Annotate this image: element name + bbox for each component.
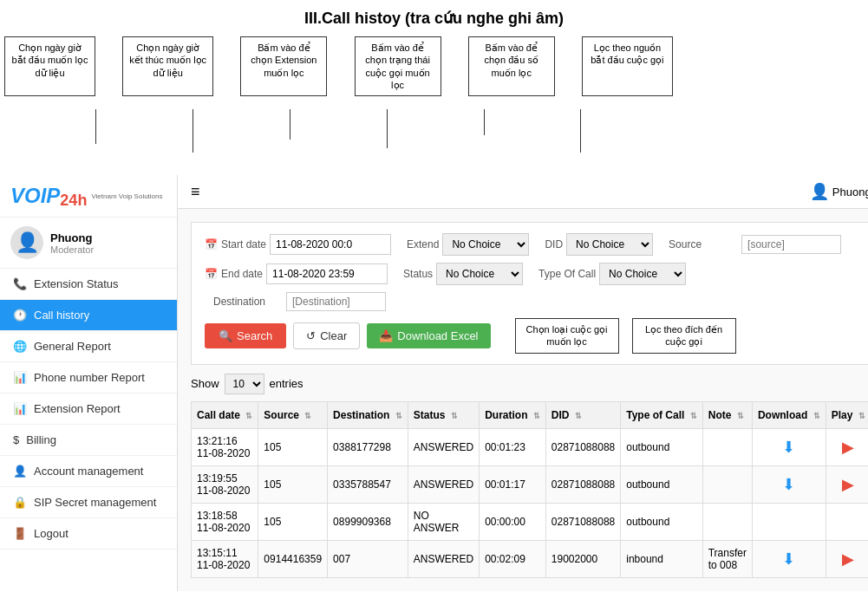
cell-call-date: 13:15:11 11-08-2020 [192,540,258,577]
status-label: Status [403,268,433,280]
filter-row-2: 📅 End date Status No Choice [205,263,858,311]
topbar-avatar-icon: 👤 [810,182,829,201]
logout-icon: 🚪 [13,527,27,540]
end-date-input[interactable] [266,263,388,284]
cell-duration: 00:00:00 [480,503,546,540]
start-date-input[interactable] [270,234,391,255]
cell-did: 02871088088 [545,428,620,465]
cell-play[interactable]: ▶ [826,540,868,577]
col-destination: Destination ⇅ [328,401,408,428]
search-icon: 🔍 [219,329,232,342]
sidebar-item-general-report[interactable]: 🌐 General Report [0,331,177,362]
cell-destination: 0335788547 [328,465,408,503]
cell-status: NO ANSWER [408,503,479,540]
cell-note [702,428,752,465]
cell-duration: 00:02:09 [480,540,546,577]
avatar: 👤 [10,226,43,259]
source-row: Source [669,235,841,254]
cell-source: 0914416359 [258,540,328,577]
did-select[interactable]: No Choice [566,233,653,256]
annotation-extend: Bấm vào để chọn Extension muốn lọc [240,36,327,96]
source-input[interactable] [741,235,841,254]
entries-select[interactable]: 10 [225,374,264,394]
status-group: Status No Choice [403,263,523,285]
sidebar-item-account-mgmt[interactable]: 👤 Account management [0,456,177,487]
clear-button[interactable]: ↺ Clear [293,322,360,349]
cell-play [826,503,868,540]
refresh-icon: ↺ [306,329,316,342]
status-select[interactable]: No Choice [436,263,523,285]
cell-play[interactable]: ▶ [826,428,868,465]
sip-icon: 🔒 [13,496,27,509]
cell-did: 02871088088 [545,465,620,503]
cell-download[interactable]: ⬇ [752,465,826,503]
sidebar-item-ext-report[interactable]: 📊 Extension Report [0,394,177,425]
cell-status: ANSWERED [408,465,479,503]
table-row: 13:21:16 11-08-2020 105 0388177298 ANSWE… [192,428,869,465]
hamburger-icon[interactable]: ≡ [191,183,200,201]
extend-select[interactable]: No Choice [442,233,529,256]
cell-call-date: 13:19:55 11-08-2020 [192,465,258,503]
col-status: Status ⇅ [408,401,479,428]
sidebar-user: 👤 Phuong Moderator [0,218,177,269]
sidebar-item-ext-status[interactable]: 📞 Extension Status [0,269,177,300]
content-area: 📅 Start date Extend No Choice [178,209,868,591]
sidebar-item-call-history[interactable]: 🕐 Call history [0,300,177,331]
download-button[interactable]: ⬇ [782,476,795,493]
sidebar-item-phone-report[interactable]: 📊 Phone number Report [0,362,177,394]
cell-download[interactable]: ⬇ [752,540,826,577]
end-date-label: 📅 End date [205,268,263,280]
page-title: III.Call histoy (tra cứu nghe ghi âm) [0,0,868,32]
sidebar-item-billing[interactable]: $ Billing [0,425,177,456]
cell-did: 02871088088 [545,503,620,540]
sidebar-role: Moderator [50,244,94,255]
extend-label: Extend [407,238,439,250]
cell-type-of-call: outbound [621,465,702,503]
destination-input[interactable] [286,292,386,311]
download-excel-button[interactable]: 📥 Download Excel [367,323,490,348]
destination-label: Destination [213,296,283,308]
play-button[interactable]: ▶ [842,476,854,493]
download-button[interactable]: ⬇ [782,550,795,568]
col-did: DID ⇅ [545,401,620,428]
cell-play[interactable]: ▶ [826,465,868,503]
type-of-call-label: Type Of Call [538,268,596,280]
annotation-status: Bấm vào để chọn trạng thái cuộc gọi muốn… [355,36,441,96]
col-download: Download ⇅ [752,401,826,428]
play-button[interactable]: ▶ [842,439,854,456]
sidebar-nav: 📞 Extension Status 🕐 Call history 🌐 Gene… [0,269,177,550]
sidebar-item-sip-secret[interactable]: 🔒 SIP Secret management [0,487,177,518]
cell-source: 105 [258,428,328,465]
cell-status: ANSWERED [408,428,479,465]
sidebar-username: Phuong [50,231,94,244]
cell-type-of-call: outbound [621,428,702,465]
download-button[interactable]: ⬇ [782,439,795,456]
col-note: Note ⇅ [702,401,752,428]
type-of-call-select[interactable]: No Choice [599,263,686,285]
action-row: 🔍 Search ↺ Clear 📥 Download Excel [205,318,858,354]
destination-row: Destination [213,292,386,311]
callout-type-of-call: Chọn loại cuộc gọi muốn lọc [515,318,619,354]
cell-source: 105 [258,503,328,540]
did-group: DID No Choice [545,233,653,256]
cell-status: ANSWERED [408,540,479,577]
search-button[interactable]: 🔍 Search [205,323,286,348]
cell-note: Transfer to 008 [702,540,752,577]
play-button[interactable]: ▶ [842,550,854,568]
filter-section: 📅 Start date Extend No Choice [191,222,868,365]
table-row: 13:18:58 11-08-2020 105 0899909368 NO AN… [192,503,869,540]
logo-24h: 24h [60,192,87,208]
annotation-source: Lọc theo nguồn bắt đầu cuộc gọi [582,36,673,96]
topbar-user: 👤 Phuong [810,182,868,201]
annotation-end-date: Chọn ngày giờ kết thúc muốn lọc dữ liệu [122,36,213,96]
cell-destination: 0388177298 [328,428,408,465]
end-date-group: 📅 End date [205,263,388,284]
cell-download[interactable]: ⬇ [752,428,826,465]
show-entries: Show 10 entries [191,374,868,394]
cell-type-of-call: inbound [621,540,702,577]
logo-voip: VOIP [10,184,60,208]
sidebar-item-logout[interactable]: 🚪 Logout [0,518,177,550]
cell-destination: 007 [328,540,408,577]
table-row: 13:15:11 11-08-2020 0914416359 007 ANSWE… [192,540,869,577]
col-source: Source ⇅ [258,401,328,428]
